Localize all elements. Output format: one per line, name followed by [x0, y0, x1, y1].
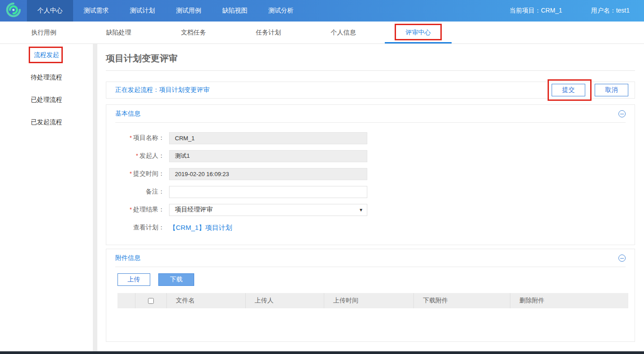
form-row-project-name: *项目名称： [106, 129, 635, 147]
project-name-field [169, 132, 367, 144]
form-row-submit-time: *提交时间： [106, 165, 635, 183]
collapse-basic-info-icon[interactable] [618, 110, 626, 117]
attachments-table-empty-body [117, 308, 628, 341]
nav-test-plan[interactable]: 测试计划 [119, 0, 165, 22]
project-name-label: *项目名称： [106, 134, 165, 142]
result-select-value: 项目经理评审 [175, 206, 213, 214]
sidebar-item-processed-processes[interactable]: 已处理流程 [0, 89, 93, 111]
cancel-button[interactable]: 取消 [595, 84, 628, 96]
app-logo[interactable] [0, 0, 27, 22]
sidebar-item-initiated-processes[interactable]: 已发起流程 [0, 111, 93, 134]
nav-personal-center[interactable]: 个人中心 [27, 0, 73, 22]
attachments-table: 文件名 上传人 上传时间 下载附件 删除附件 [117, 293, 628, 341]
nav-test-requirements[interactable]: 测试需求 [73, 0, 119, 22]
tab-execute-cases[interactable]: 执行用例 [6, 22, 81, 43]
header-cell-uploader: 上传人 [246, 293, 324, 308]
required-mark: * [136, 152, 138, 159]
process-status-bar: 正在发起流程：项目计划变更评审 提交 取消 [106, 82, 635, 99]
initiator-label: *发起人： [106, 152, 165, 160]
title-divider [106, 70, 635, 71]
tab-personal-info[interactable]: 个人信息 [306, 22, 381, 43]
chevron-down-icon: ▼ [359, 207, 363, 212]
secondary-tab-bar: 执行用例 缺陷处理 文档任务 任务计划 个人信息 评审中心 [0, 22, 644, 44]
page-title: 项目计划变更评审 [106, 52, 635, 65]
required-mark: * [130, 134, 132, 141]
username-label: 用户名：test1 [577, 0, 644, 22]
process-actions: 提交 取消 [552, 84, 628, 96]
basic-info-form: *项目名称： *发起人： *提交时间： [106, 123, 635, 245]
nav-test-cases[interactable]: 测试用例 [165, 0, 212, 22]
header-cell-select [135, 293, 167, 308]
swirl-logo-icon [5, 2, 22, 20]
header-cell-index [117, 293, 135, 308]
header-cell-upload-time: 上传时间 [324, 293, 414, 308]
tab-document-tasks[interactable]: 文档任务 [156, 22, 231, 43]
tab-review-center[interactable]: 评审中心 [381, 22, 456, 43]
header-cell-delete: 删除附件 [510, 293, 628, 308]
attachments-panel: 附件信息 上传 下载 文件名 上传人 上传时间 下载附件 删除附件 [106, 249, 635, 342]
main-panel: 项目计划变更评审 正在发起流程：项目计划变更评审 提交 取消 基本信息 [97, 44, 644, 354]
nav-defect-view[interactable]: 缺陷视图 [212, 0, 258, 22]
view-plan-label: 查看计划： [106, 224, 165, 232]
current-project-label: 当前项目：CRM_1 [495, 0, 576, 22]
download-button[interactable]: 下载 [158, 273, 194, 286]
tab-defect-handling[interactable]: 缺陷处理 [81, 22, 156, 43]
sidebar: 流程发起 待处理流程 已处理流程 已发起流程 [0, 44, 93, 354]
basic-info-title: 基本信息 [115, 110, 140, 118]
attachments-actions: 上传 下载 [106, 267, 635, 292]
topbar-spacer [304, 0, 495, 22]
active-tab-underline [385, 42, 452, 43]
sidebar-item-pending-processes[interactable]: 待处理流程 [0, 66, 93, 89]
attachments-title: 附件信息 [115, 254, 140, 262]
required-mark: * [130, 170, 132, 177]
form-row-initiator: *发起人： [106, 147, 635, 165]
header-cell-download: 下载附件 [414, 293, 510, 308]
remark-field[interactable] [169, 186, 367, 198]
basic-info-header: 基本信息 [115, 105, 626, 123]
result-label: *处理结果： [106, 206, 165, 214]
sidebar-divider [93, 44, 97, 354]
form-row-result: *处理结果： 项目经理评审 ▼ [106, 201, 635, 219]
submit-time-label: *提交时间： [106, 170, 165, 178]
form-row-remark: 备注： [106, 183, 635, 201]
initiator-field [169, 150, 367, 162]
form-row-view-plan: 查看计划： 【CRM_1】项目计划 [106, 219, 635, 237]
tab-task-plan[interactable]: 任务计划 [231, 22, 306, 43]
submit-button[interactable]: 提交 [552, 84, 585, 96]
submit-time-field [169, 168, 367, 180]
select-all-checkbox[interactable] [148, 298, 154, 304]
process-status-text: 正在发起流程：项目计划变更评审 [115, 86, 209, 94]
attachments-table-header: 文件名 上传人 上传时间 下载附件 删除附件 [117, 293, 628, 308]
view-plan-link[interactable]: 【CRM_1】项目计划 [169, 224, 232, 231]
attachments-header: 附件信息 [115, 249, 626, 267]
collapse-attachments-icon[interactable] [618, 255, 626, 262]
tab-review-center-label: 评审中心 [406, 29, 431, 37]
bottom-edge-strip [0, 351, 644, 354]
upload-button[interactable]: 上传 [117, 273, 150, 286]
required-mark: * [130, 206, 132, 213]
submit-button-wrap: 提交 [552, 84, 585, 96]
basic-info-panel: 基本信息 *项目名称： *发起人： [106, 104, 635, 245]
remark-label: 备注： [106, 188, 165, 196]
header-cell-filename: 文件名 [167, 293, 246, 308]
top-navigation-bar: 个人中心 测试需求 测试计划 测试用例 缺陷视图 测试分析 当前项目：CRM_1… [0, 0, 644, 22]
nav-test-analysis[interactable]: 测试分析 [258, 0, 304, 22]
sidebar-item-process-initiate[interactable]: 流程发起 [0, 44, 93, 66]
sidebar-item-label: 流程发起 [34, 51, 59, 59]
content-area: 流程发起 待处理流程 已处理流程 已发起流程 项目计划变更评审 正在发起流程：项… [0, 44, 644, 354]
result-select[interactable]: 项目经理评审 ▼ [169, 204, 367, 216]
